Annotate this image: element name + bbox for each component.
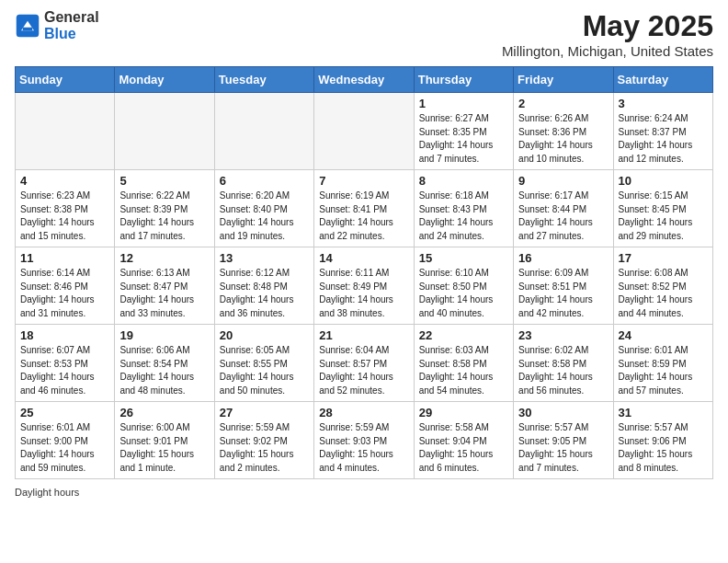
day-info: Sunrise: 6:15 AM Sunset: 8:45 PM Dayligh… — [619, 190, 708, 243]
calendar-cell: 29Sunrise: 5:58 AM Sunset: 9:04 PM Dayli… — [414, 402, 513, 479]
day-info: Sunrise: 5:57 AM Sunset: 9:05 PM Dayligh… — [518, 421, 608, 475]
calendar-cell: 2Sunrise: 6:26 AM Sunset: 8:36 PM Daylig… — [514, 93, 613, 170]
day-info: Sunrise: 6:00 AM Sunset: 9:01 PM Dayligh… — [119, 421, 209, 475]
day-number: 12 — [119, 251, 209, 265]
calendar-cell: 18Sunrise: 6:07 AM Sunset: 8:53 PM Dayli… — [16, 325, 115, 402]
day-info: Sunrise: 6:06 AM Sunset: 8:54 PM Dayligh… — [119, 344, 209, 397]
calendar-week-2: 4Sunrise: 6:23 AM Sunset: 8:38 PM Daylig… — [16, 170, 713, 247]
day-number: 30 — [518, 406, 608, 419]
day-info: Sunrise: 6:24 AM Sunset: 8:37 PM Dayligh… — [619, 112, 708, 166]
day-info: Sunrise: 6:19 AM Sunset: 8:41 PM Dayligh… — [319, 190, 408, 243]
calendar-header-row: SundayMondayTuesdayWednesdayThursdayFrid… — [16, 67, 713, 93]
column-header-thursday: Thursday — [414, 67, 513, 93]
day-info: Sunrise: 6:10 AM Sunset: 8:50 PM Dayligh… — [419, 267, 508, 320]
logo: General Blue — [15, 9, 99, 41]
calendar-cell: 19Sunrise: 6:06 AM Sunset: 8:54 PM Dayli… — [115, 325, 214, 402]
day-number: 19 — [119, 328, 209, 342]
title-block: May 2025 Millington, Michigan, United St… — [502, 9, 713, 59]
day-number: 13 — [220, 251, 309, 265]
day-info: Sunrise: 5:59 AM Sunset: 9:03 PM Dayligh… — [319, 421, 408, 475]
logo-text: General Blue — [44, 9, 99, 41]
day-info: Sunrise: 6:04 AM Sunset: 8:57 PM Dayligh… — [319, 344, 408, 397]
day-number: 6 — [220, 174, 309, 188]
calendar-cell: 26Sunrise: 6:00 AM Sunset: 9:01 PM Dayli… — [115, 402, 214, 479]
day-info: Sunrise: 6:05 AM Sunset: 8:55 PM Dayligh… — [220, 344, 309, 397]
calendar-cell: 6Sunrise: 6:20 AM Sunset: 8:40 PM Daylig… — [214, 170, 313, 247]
calendar-cell: 15Sunrise: 6:10 AM Sunset: 8:50 PM Dayli… — [414, 247, 513, 325]
calendar-cell: 1Sunrise: 6:27 AM Sunset: 8:35 PM Daylig… — [414, 93, 513, 170]
calendar-page: General Blue May 2025 Millington, Michig… — [0, 0, 728, 563]
day-info: Sunrise: 6:23 AM Sunset: 8:38 PM Dayligh… — [20, 190, 109, 243]
day-number: 27 — [220, 406, 309, 419]
day-info: Sunrise: 6:17 AM Sunset: 8:44 PM Dayligh… — [518, 190, 608, 243]
column-header-wednesday: Wednesday — [314, 67, 414, 93]
day-number: 7 — [319, 174, 408, 188]
day-info: Sunrise: 6:01 AM Sunset: 8:59 PM Dayligh… — [619, 344, 708, 397]
calendar-cell: 21Sunrise: 6:04 AM Sunset: 8:57 PM Dayli… — [314, 325, 414, 402]
logo-blue: Blue — [44, 26, 76, 41]
calendar-cell: 11Sunrise: 6:14 AM Sunset: 8:46 PM Dayli… — [16, 247, 115, 325]
calendar-cell: 12Sunrise: 6:13 AM Sunset: 8:47 PM Dayli… — [115, 247, 214, 325]
page-header: General Blue May 2025 Millington, Michig… — [15, 9, 713, 59]
calendar-thead: SundayMondayTuesdayWednesdayThursdayFrid… — [16, 67, 713, 93]
calendar-cell — [115, 93, 214, 170]
calendar-cell: 25Sunrise: 6:01 AM Sunset: 9:00 PM Dayli… — [16, 402, 115, 479]
day-info: Sunrise: 6:22 AM Sunset: 8:39 PM Dayligh… — [119, 190, 209, 243]
logo-general: General — [44, 9, 99, 25]
calendar-cell: 22Sunrise: 6:03 AM Sunset: 8:58 PM Dayli… — [414, 325, 513, 402]
day-info: Sunrise: 6:27 AM Sunset: 8:35 PM Dayligh… — [419, 112, 508, 166]
day-info: Sunrise: 6:11 AM Sunset: 8:49 PM Dayligh… — [319, 267, 408, 320]
calendar-cell: 5Sunrise: 6:22 AM Sunset: 8:39 PM Daylig… — [115, 170, 214, 247]
day-info: Sunrise: 6:12 AM Sunset: 8:48 PM Dayligh… — [220, 267, 309, 320]
calendar-cell: 10Sunrise: 6:15 AM Sunset: 8:45 PM Dayli… — [613, 170, 712, 247]
calendar-cell: 17Sunrise: 6:08 AM Sunset: 8:52 PM Dayli… — [613, 247, 712, 325]
day-number: 17 — [619, 251, 708, 265]
logo-icon — [15, 13, 40, 39]
day-info: Sunrise: 6:14 AM Sunset: 8:46 PM Dayligh… — [20, 267, 109, 320]
calendar-cell — [214, 93, 313, 170]
day-number: 29 — [419, 406, 508, 419]
calendar-week-3: 11Sunrise: 6:14 AM Sunset: 8:46 PM Dayli… — [16, 247, 713, 325]
day-info: Sunrise: 6:03 AM Sunset: 8:58 PM Dayligh… — [419, 344, 508, 397]
day-info: Sunrise: 6:13 AM Sunset: 8:47 PM Dayligh… — [119, 267, 209, 320]
calendar-cell: 9Sunrise: 6:17 AM Sunset: 8:44 PM Daylig… — [514, 170, 613, 247]
day-number: 11 — [20, 251, 109, 265]
day-info: Sunrise: 6:07 AM Sunset: 8:53 PM Dayligh… — [20, 344, 109, 397]
day-number: 4 — [20, 174, 109, 188]
calendar-cell: 16Sunrise: 6:09 AM Sunset: 8:51 PM Dayli… — [514, 247, 613, 325]
day-number: 26 — [119, 406, 209, 419]
day-number: 28 — [319, 406, 408, 419]
column-header-tuesday: Tuesday — [214, 67, 313, 93]
day-info: Sunrise: 6:20 AM Sunset: 8:40 PM Dayligh… — [220, 190, 309, 243]
svg-rect-2 — [23, 27, 33, 30]
column-header-monday: Monday — [115, 67, 214, 93]
day-number: 18 — [20, 328, 109, 342]
day-info: Sunrise: 6:01 AM Sunset: 9:00 PM Dayligh… — [20, 421, 109, 475]
day-number: 16 — [518, 251, 608, 265]
calendar-cell: 13Sunrise: 6:12 AM Sunset: 8:48 PM Dayli… — [214, 247, 313, 325]
calendar-table: SundayMondayTuesdayWednesdayThursdayFrid… — [15, 66, 713, 479]
day-number: 23 — [518, 328, 608, 342]
day-info: Sunrise: 6:09 AM Sunset: 8:51 PM Dayligh… — [518, 267, 608, 320]
day-info: Sunrise: 6:18 AM Sunset: 8:43 PM Dayligh… — [419, 190, 508, 243]
calendar-cell: 4Sunrise: 6:23 AM Sunset: 8:38 PM Daylig… — [16, 170, 115, 247]
calendar-subtitle: Millington, Michigan, United States — [502, 43, 713, 59]
day-number: 5 — [119, 174, 209, 188]
calendar-cell: 14Sunrise: 6:11 AM Sunset: 8:49 PM Dayli… — [314, 247, 414, 325]
day-number: 24 — [619, 328, 708, 342]
day-number: 22 — [419, 328, 508, 342]
day-number: 10 — [619, 174, 708, 188]
day-info: Sunrise: 6:02 AM Sunset: 8:58 PM Dayligh… — [518, 344, 608, 397]
day-number: 9 — [518, 174, 608, 188]
calendar-title: May 2025 — [502, 9, 713, 43]
calendar-cell: 24Sunrise: 6:01 AM Sunset: 8:59 PM Dayli… — [613, 325, 712, 402]
daylight-label: Daylight hours — [15, 487, 79, 498]
calendar-cell: 31Sunrise: 5:57 AM Sunset: 9:06 PM Dayli… — [613, 402, 712, 479]
day-info: Sunrise: 5:57 AM Sunset: 9:06 PM Dayligh… — [619, 421, 708, 475]
calendar-cell: 8Sunrise: 6:18 AM Sunset: 8:43 PM Daylig… — [414, 170, 513, 247]
calendar-body: 1Sunrise: 6:27 AM Sunset: 8:35 PM Daylig… — [16, 93, 713, 479]
footer-note: Daylight hours — [15, 487, 713, 498]
day-info: Sunrise: 6:08 AM Sunset: 8:52 PM Dayligh… — [619, 267, 708, 320]
calendar-cell: 3Sunrise: 6:24 AM Sunset: 8:37 PM Daylig… — [613, 93, 712, 170]
day-number: 31 — [619, 406, 708, 419]
